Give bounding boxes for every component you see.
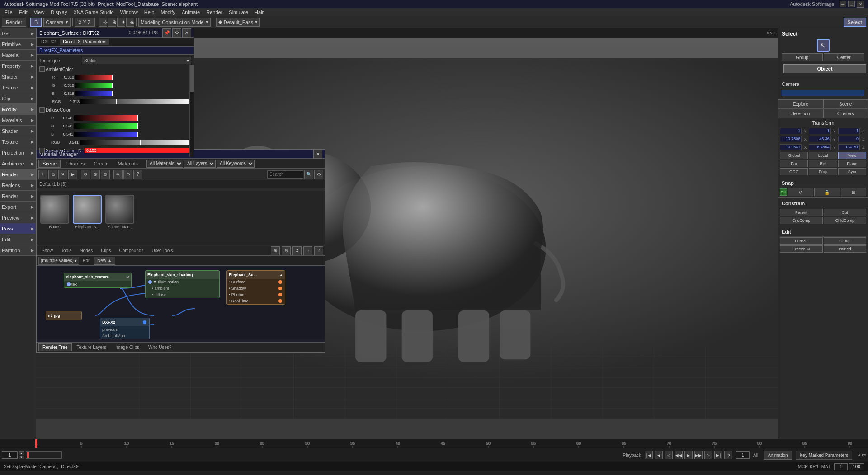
- left-modify[interactable]: Modify▶: [0, 104, 36, 115]
- go-start-btn[interactable]: |◀: [645, 451, 653, 459]
- prop-button[interactable]: Prop: [809, 168, 837, 175]
- node-tb4[interactable]: →: [303, 246, 312, 255]
- edit-filter-btn[interactable]: Edit: [81, 258, 92, 263]
- menu-render[interactable]: Render: [203, 9, 225, 15]
- snap-btn-grid[interactable]: ⊞: [841, 188, 866, 196]
- snap-btn-lock[interactable]: 🔒: [814, 188, 840, 196]
- rotate-y[interactable]: 45.36: [809, 136, 830, 142]
- clips-btn[interactable]: Clips: [98, 247, 114, 254]
- left-clip[interactable]: Clip▶: [0, 93, 36, 104]
- mm-btn8[interactable]: ✏: [113, 170, 123, 179]
- mm-tab-scene[interactable]: Scene: [38, 160, 61, 168]
- material-scene-mat[interactable]: Scene_Mat...: [105, 195, 134, 241]
- mm-layer-dropdown[interactable]: All Layers: [184, 160, 216, 168]
- ambient-g-bar[interactable]: [75, 83, 191, 88]
- mm-search[interactable]: [267, 170, 303, 179]
- left-materials[interactable]: Materials▶: [0, 115, 36, 126]
- loop-btn[interactable]: ↺: [724, 451, 732, 459]
- menu-file[interactable]: File: [2, 9, 15, 15]
- next-frame-btn[interactable]: ▷: [704, 451, 712, 459]
- nodes-btn[interactable]: Nodes: [76, 247, 96, 254]
- rotate-z[interactable]: 0: [838, 136, 860, 142]
- freeze-m-button[interactable]: Freeze M: [780, 245, 823, 253]
- mm-tab-materials[interactable]: Materials: [113, 160, 142, 168]
- menu-help[interactable]: Help: [142, 9, 157, 15]
- camera-bar[interactable]: [782, 90, 864, 96]
- menu-modify[interactable]: Modify: [158, 9, 178, 15]
- center-button[interactable]: Center: [824, 53, 865, 61]
- prev-frame-btn[interactable]: ◁: [665, 451, 673, 459]
- specular-checkbox[interactable]: [39, 148, 45, 153]
- rotate-x[interactable]: -10.7506: [780, 136, 802, 142]
- node-tb1[interactable]: ⊕: [271, 246, 280, 255]
- frame-counter-input[interactable]: [736, 451, 750, 459]
- mm-filter-dropdown[interactable]: All Materials: [146, 160, 183, 168]
- ambient-rgb-bar[interactable]: [80, 99, 191, 104]
- key-marked-btn[interactable]: Key Marked Parameters: [796, 451, 853, 460]
- compounds-btn[interactable]: Compounds: [116, 247, 147, 254]
- frame-up[interactable]: ▲: [19, 451, 24, 455]
- diffuse-r-bar[interactable]: [74, 115, 191, 121]
- pp-settings[interactable]: ⚙: [172, 28, 181, 38]
- animation-btn[interactable]: Animation: [764, 451, 792, 460]
- left-property[interactable]: Property▶: [0, 61, 36, 71]
- b-button[interactable]: B: [30, 18, 42, 27]
- mm-duplicate[interactable]: ⧉: [48, 170, 57, 179]
- left-shader2[interactable]: Shader▶: [0, 126, 36, 136]
- mm-btn10[interactable]: ?: [133, 170, 142, 179]
- user-tools-btn[interactable]: User Tools: [148, 247, 176, 254]
- left-regions[interactable]: Regions▶: [0, 180, 36, 191]
- mm-apply[interactable]: ▶: [68, 170, 77, 179]
- play-back-btn[interactable]: ◀: [655, 451, 663, 459]
- snap-on[interactable]: ON: [780, 188, 787, 196]
- left-partition[interactable]: Partition▶: [0, 245, 36, 256]
- mm-config-btn[interactable]: ⚙: [314, 170, 323, 179]
- left-preview[interactable]: Preview▶: [0, 212, 36, 223]
- left-material[interactable]: Material▶: [0, 50, 36, 61]
- left-export[interactable]: Export▶: [0, 202, 36, 212]
- pp-tab-directfx[interactable]: DirectFX_Parameters: [60, 39, 109, 45]
- node-skin-shading[interactable]: Elephant_skin_shading ▼ Illumination • a…: [145, 270, 220, 298]
- snap-btn-reset[interactable]: ↺: [788, 188, 813, 196]
- diffuse-g-bar[interactable]: [74, 123, 191, 129]
- mm-tab-libraries[interactable]: Libraries: [61, 160, 89, 168]
- material-boxes[interactable]: Boxes: [40, 195, 69, 241]
- pp-scrollbar[interactable]: [189, 65, 194, 157]
- explore-button[interactable]: Explore: [778, 99, 823, 108]
- timeline-ruler[interactable]: 1 5 10 15 20 25 30 35 40 45 50: [0, 439, 868, 448]
- chldcomp-button[interactable]: ChldComp: [824, 217, 867, 224]
- global-button[interactable]: Global: [780, 152, 808, 159]
- window-maximize[interactable]: □: [848, 1, 855, 7]
- mm-tab-create[interactable]: Create: [90, 160, 113, 168]
- plane-button[interactable]: Plane: [838, 160, 866, 167]
- translate-x[interactable]: 10.9541: [780, 144, 802, 150]
- mm-btn6[interactable]: ⊕: [91, 170, 100, 179]
- mm-btn9[interactable]: ⚙: [123, 170, 132, 179]
- node-elephant-su[interactable]: Elephant_Su... ▲ • Surface • Shadow • Ph…: [226, 270, 285, 305]
- material-elephant-s[interactable]: Elephant_S...: [73, 195, 102, 241]
- cnscomp-button[interactable]: CnsComp: [780, 217, 823, 224]
- scene-button[interactable]: Scene: [823, 99, 868, 108]
- mm-node-canvas[interactable]: elephant_skin_texture M tex Elephant_ski…: [37, 266, 325, 339]
- left-ambience[interactable]: Ambience▶: [0, 158, 36, 169]
- tools-btn[interactable]: Tools: [58, 247, 75, 254]
- menu-view[interactable]: View: [31, 9, 47, 15]
- node-skin-texture[interactable]: elephant_skin_texture M tex: [64, 273, 132, 288]
- diffuse-checkbox[interactable]: [39, 107, 45, 113]
- diffuse-rgb-bar[interactable]: [80, 140, 191, 145]
- mode-dropdown[interactable]: Modeling Construction Mode ▾: [138, 18, 211, 27]
- immed-button[interactable]: Immed: [824, 245, 867, 253]
- diffuse-b-bar[interactable]: [74, 132, 191, 137]
- node-tb5[interactable]: ?: [314, 246, 323, 255]
- ambient-checkbox[interactable]: [39, 66, 45, 72]
- pp-scrollbar-thumb[interactable]: [190, 65, 194, 92]
- frame-down[interactable]: ▼: [19, 456, 24, 459]
- mm-btn7[interactable]: ⊖: [101, 170, 110, 179]
- mm-keyword-dropdown[interactable]: All Keywords: [217, 160, 255, 168]
- object-button[interactable]: Object: [783, 64, 866, 73]
- mm-tab-image-clips[interactable]: Image Clips: [111, 343, 143, 351]
- cut-button[interactable]: Cut: [824, 209, 867, 216]
- node-tb2[interactable]: ⊖: [282, 246, 291, 255]
- window-close[interactable]: ✕: [857, 1, 864, 8]
- mini-timeline[interactable]: [26, 451, 62, 459]
